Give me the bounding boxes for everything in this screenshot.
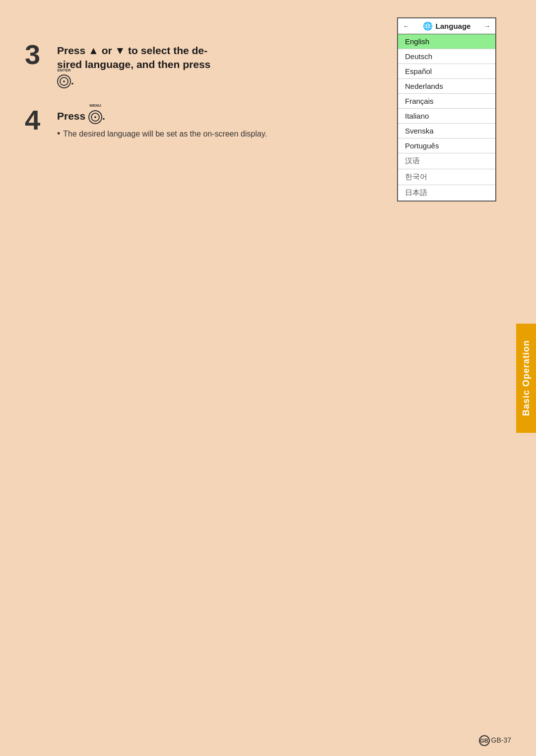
page-num-circle: GB (479, 735, 490, 746)
main-content: 3 Press ▲ or ▼ to select the de- sired l… (0, 0, 516, 756)
bullet-item-1: The desired language will be set as the … (57, 128, 491, 140)
enter-button-step3[interactable] (57, 74, 71, 88)
step-4-body: The desired language will be set as the … (57, 128, 491, 140)
sidebar-tab-label: Basic Operation (521, 340, 532, 416)
menu-button-step4[interactable] (88, 110, 102, 124)
step-4: 4 Press MENU . The desired language will… (25, 105, 491, 139)
step-4-content: Press MENU . The desired language will b… (57, 105, 491, 139)
sidebar-tab: Basic Operation (516, 324, 536, 433)
page-number: GBGB-37 (479, 735, 511, 746)
step-3-content: Press ▲ or ▼ to select the de- sired lan… (57, 40, 491, 90)
step-3-number: 3 (25, 41, 57, 69)
step-4-heading: Press MENU . (57, 109, 491, 124)
step-4-number: 4 (25, 106, 57, 134)
step-3-heading: Press ▲ or ▼ to select the de- sired lan… (57, 44, 491, 88)
step-3: 3 Press ▲ or ▼ to select the de- sired l… (25, 40, 491, 90)
